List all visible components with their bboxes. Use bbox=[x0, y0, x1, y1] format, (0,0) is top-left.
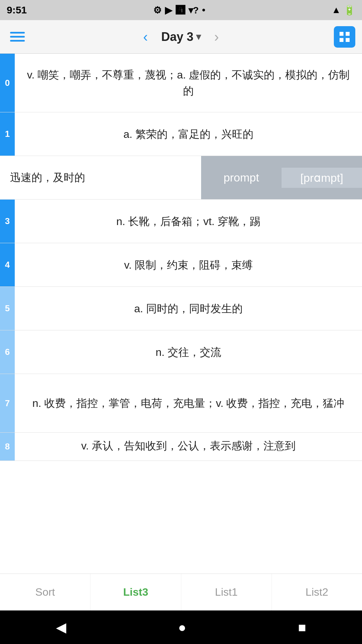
recent-button[interactable]: ■ bbox=[298, 620, 306, 635]
word-row[interactable]: 4 v. 限制，约束，阻碍，束缚 bbox=[0, 243, 362, 287]
grid-icon bbox=[338, 30, 351, 44]
font-icon: 🅰 bbox=[176, 5, 185, 16]
battery-icon: 🔋 bbox=[344, 5, 355, 16]
grid-view-button[interactable] bbox=[334, 26, 355, 48]
dot-icon: • bbox=[202, 5, 205, 15]
day-title-button[interactable]: Day 3 ▾ bbox=[161, 30, 201, 44]
header-nav: ‹ Day 3 ▾ › bbox=[140, 29, 222, 45]
row-definition-8: v. 承认，告知收到，公认，表示感谢，注意到 bbox=[15, 433, 362, 461]
svg-rect-1 bbox=[346, 32, 350, 36]
tab-list2[interactable]: List2 bbox=[272, 574, 362, 610]
svg-rect-0 bbox=[340, 32, 344, 36]
row-index-3: 3 bbox=[0, 200, 15, 243]
row-index-8: 8 bbox=[0, 433, 15, 461]
next-button[interactable]: › bbox=[211, 29, 222, 45]
word-popup[interactable]: prompt [prɑmpt] bbox=[201, 156, 362, 199]
row-index-0: 0 bbox=[0, 54, 15, 112]
word-row[interactable]: 3 n. 长靴，后备箱；vt. 穿靴，踢 bbox=[0, 200, 362, 243]
app-header: ‹ Day 3 ▾ › bbox=[0, 20, 362, 54]
android-nav-bar: ◀ ● ■ bbox=[0, 610, 362, 644]
row-index-5: 5 bbox=[0, 287, 15, 330]
settings-icon: ⚙ bbox=[153, 5, 162, 16]
row-definition-3: n. 长靴，后备箱；vt. 穿靴，踢 bbox=[15, 200, 362, 243]
word-row[interactable]: 7 n. 收费，指控，掌管，电荷，充电量；v. 收费，指控，充电，猛冲 bbox=[0, 374, 362, 433]
back-button[interactable]: ◀ bbox=[56, 620, 66, 635]
popup-word-text: prompt bbox=[201, 168, 282, 187]
row-definition-6: n. 交往，交流 bbox=[15, 330, 362, 374]
word-row-2[interactable]: 迅速的，及时的 prompt [prɑmpt] bbox=[0, 156, 362, 200]
row-index-1: 1 bbox=[0, 112, 15, 156]
tab-list3[interactable]: List3 bbox=[90, 574, 181, 610]
svg-rect-3 bbox=[346, 38, 350, 42]
word-row[interactable]: 1 a. 繁荣的，富足的，兴旺的 bbox=[0, 112, 362, 156]
menu-button[interactable] bbox=[7, 29, 28, 45]
row-index-6: 6 bbox=[0, 330, 15, 374]
row-definition-0: v. 嘲笑，嘲弄，不尊重，蔑视；a. 虚假的，不诚实的，模拟的，仿制的 bbox=[15, 54, 362, 112]
chevron-down-icon: ▾ bbox=[196, 31, 201, 42]
tab-list3-label: List3 bbox=[123, 586, 148, 598]
word-row[interactable]: 6 n. 交往，交流 bbox=[0, 330, 362, 374]
row-definition-7: n. 收费，指控，掌管，电荷，充电量；v. 收费，指控，充电，猛冲 bbox=[15, 374, 362, 432]
word-row[interactable]: 5 a. 同时的，同时发生的 bbox=[0, 287, 362, 330]
word-row[interactable]: 0 v. 嘲笑，嘲弄，不尊重，蔑视；a. 虚假的，不诚实的，模拟的，仿制的 bbox=[0, 54, 362, 112]
play-icon: ▶ bbox=[165, 5, 172, 16]
row-definition-5: a. 同时的，同时发生的 bbox=[15, 287, 362, 330]
row-definition-1: a. 繁荣的，富足的，兴旺的 bbox=[15, 112, 362, 156]
tab-list1[interactable]: List1 bbox=[181, 574, 272, 610]
row-index-7: 7 bbox=[0, 374, 15, 432]
tab-sort-label: Sort bbox=[35, 586, 55, 598]
prev-button[interactable]: ‹ bbox=[140, 29, 151, 45]
status-icons: ⚙ ▶ 🅰 ▾? • bbox=[153, 5, 205, 16]
popup-phonetic-text: [prɑmpt] bbox=[282, 168, 362, 188]
word-list: 0 v. 嘲笑，嘲弄，不尊重，蔑视；a. 虚假的，不诚实的，模拟的，仿制的 1 … bbox=[0, 54, 362, 574]
day-title-text: Day 3 bbox=[161, 30, 193, 44]
tab-list2-label: List2 bbox=[306, 586, 328, 598]
tab-list1-label: List1 bbox=[215, 586, 238, 598]
row-index-4: 4 bbox=[0, 243, 15, 286]
status-bar: 9:51 ⚙ ▶ 🅰 ▾? • ▲ 🔋 bbox=[0, 0, 362, 20]
status-right-icons: ▲ 🔋 bbox=[331, 5, 355, 16]
status-time: 9:51 bbox=[7, 4, 27, 16]
svg-rect-2 bbox=[340, 38, 344, 42]
signal-icon: ▲ bbox=[331, 5, 341, 15]
row-definition-4: v. 限制，约束，阻碍，束缚 bbox=[15, 243, 362, 286]
bottom-tab-bar: Sort List3 List1 List2 bbox=[0, 574, 362, 610]
tab-sort[interactable]: Sort bbox=[0, 574, 90, 610]
home-button[interactable]: ● bbox=[178, 620, 186, 635]
wifi-icon: ▾? bbox=[188, 5, 199, 16]
word-row[interactable]: 8 v. 承认，告知收到，公认，表示感谢，注意到 bbox=[0, 433, 362, 461]
